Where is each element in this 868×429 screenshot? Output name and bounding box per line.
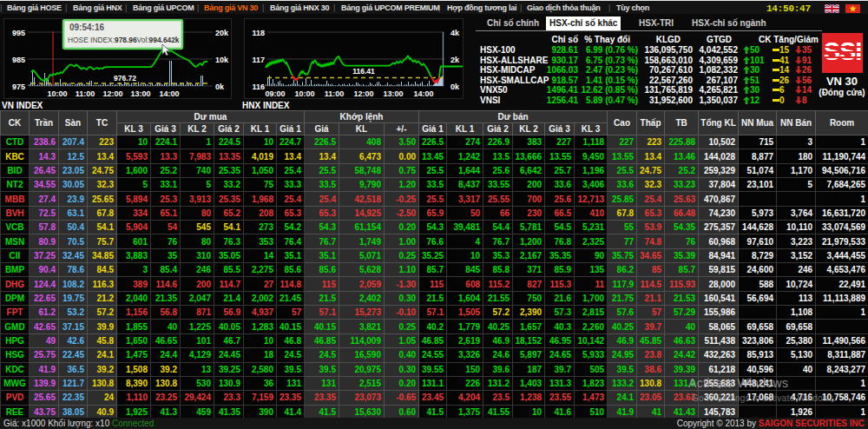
svg-text:116: 116 (252, 82, 265, 91)
svg-text:0k: 0k (450, 82, 460, 91)
svg-text:4k: 4k (450, 29, 460, 37)
svg-text:985: 985 (12, 56, 25, 64)
svg-text:13:00: 13:00 (383, 89, 403, 98)
svg-text:2k: 2k (450, 56, 460, 64)
svg-text:★: ★ (850, 4, 858, 13)
svg-text:976.72: 976.72 (114, 74, 136, 82)
svg-text:11:00: 11:00 (76, 89, 95, 98)
svg-text:20k: 20k (215, 29, 229, 37)
svg-text:118: 118 (252, 29, 265, 37)
svg-text:975: 975 (12, 82, 25, 91)
svg-text:13:00: 13:00 (130, 89, 150, 98)
svg-text:117: 117 (252, 56, 265, 64)
svg-text:09:00: 09:00 (265, 89, 285, 98)
svg-text:14:00: 14:00 (159, 89, 179, 98)
svg-text:14:00: 14:00 (413, 89, 433, 98)
svg-text:11:00: 11:00 (325, 89, 345, 98)
svg-text:12:00: 12:00 (353, 89, 373, 98)
svg-text:12:00: 12:00 (102, 89, 122, 98)
svg-text:995: 995 (12, 29, 25, 37)
svg-text:10:00: 10:00 (294, 89, 314, 98)
svg-text:09:54:16: 09:54:16 (69, 23, 104, 32)
svg-text:HOSE INDEX:978.96Vol:994.642k: HOSE INDEX:978.96Vol:994.642k (68, 36, 180, 44)
svg-text:0k: 0k (215, 82, 225, 91)
svg-text:10k: 10k (215, 56, 229, 64)
svg-text:116.41: 116.41 (352, 67, 375, 76)
svg-text:10:00: 10:00 (47, 89, 67, 98)
